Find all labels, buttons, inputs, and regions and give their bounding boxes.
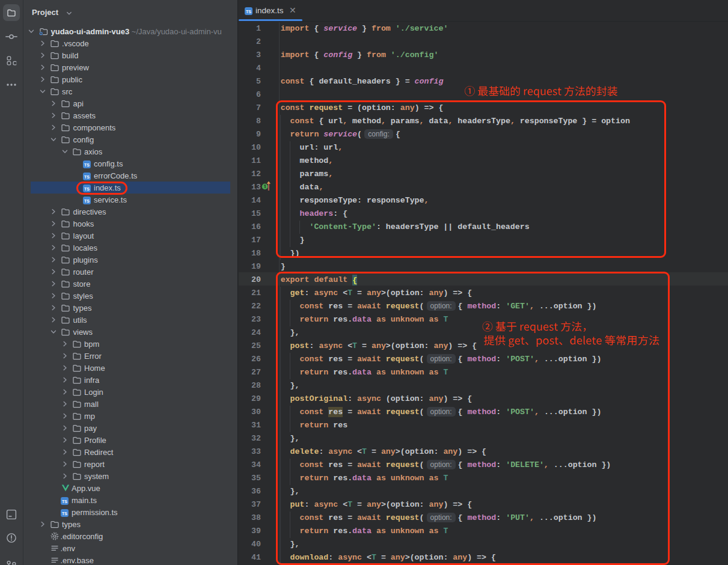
svg-text:TS: TS (84, 174, 90, 179)
svg-text:TS: TS (62, 511, 67, 515)
svg-text:TS: TS (84, 162, 90, 166)
svg-text:TS: TS (246, 10, 251, 14)
svg-text:TS: TS (62, 499, 67, 503)
svg-text:TS: TS (84, 198, 90, 203)
